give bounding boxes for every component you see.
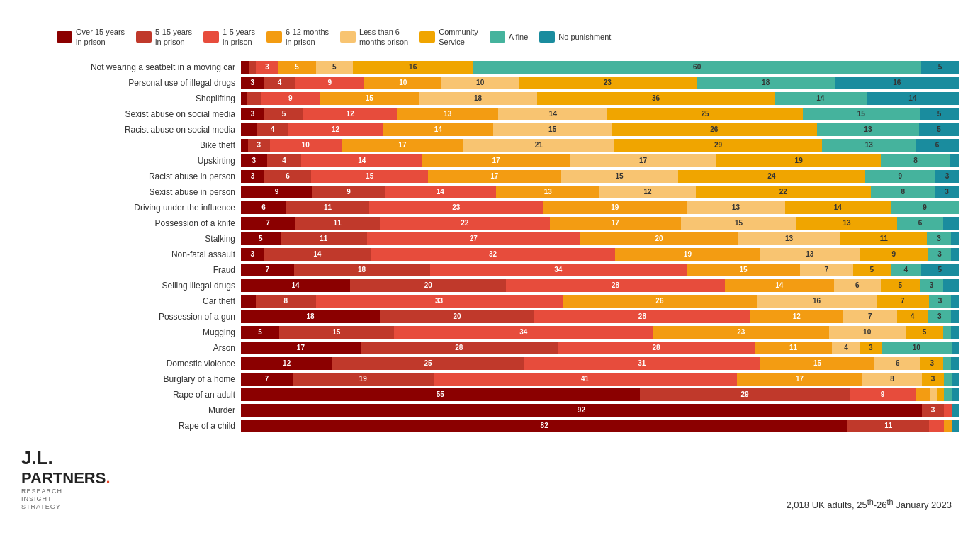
- bar-segment: 13: [496, 186, 599, 198]
- bar-segment: 3: [860, 342, 882, 354]
- bar-segment: 19: [615, 248, 760, 261]
- bar-segment: 11: [755, 342, 832, 354]
- bar-segment: 32: [371, 248, 615, 261]
- bar-segment: 18: [697, 77, 835, 89]
- bar-segment: 4: [897, 310, 928, 323]
- bar-segment: 9: [295, 77, 364, 89]
- chart-area: Not wearing a seatbelt in a moving car35…: [14, 60, 959, 433]
- bar-row: Possession of a gun18202812743: [14, 310, 959, 324]
- bar-segments: 412141526135: [241, 123, 959, 136]
- bar-segment: [241, 123, 257, 136]
- bar-segment: 20: [380, 310, 534, 323]
- bar-segment: [951, 357, 959, 370]
- bar-segment: 7: [800, 264, 853, 276]
- footnote: 2,018 UK adults, 25th-26th January 2023: [787, 497, 952, 510]
- bar-segment: 23: [519, 77, 697, 89]
- bar-row: Sexist abuse on social media351213142515…: [14, 107, 959, 121]
- bar-segment: [937, 388, 944, 401]
- legend-label-0: Over 15 yearsin prison: [76, 27, 125, 47]
- bar-segment: [943, 357, 951, 370]
- bar-segments: 511272013113: [241, 232, 959, 245]
- bar-segment: 12: [241, 357, 332, 370]
- row-label: Racist abuse in person: [14, 171, 241, 181]
- bar-segment: 14: [301, 154, 422, 167]
- bar-segments: 611231913149: [241, 201, 959, 214]
- bar-segment: 17: [737, 373, 863, 386]
- bar-segments: 711221715136: [241, 217, 959, 230]
- bar-segment: 9: [241, 186, 312, 198]
- bar-segment: 8: [871, 186, 935, 198]
- row-label: Selling illegal drugs: [14, 281, 241, 291]
- bar-segment: 92: [241, 404, 922, 417]
- bar-segment: 14: [264, 248, 371, 261]
- bar-segment: 28: [506, 279, 724, 292]
- bar-segment: 13: [817, 123, 920, 136]
- bar-segment: 13: [796, 217, 897, 230]
- bar-segment: 12: [288, 123, 383, 136]
- bar-segment: 33: [316, 295, 563, 308]
- bar-segment: [952, 388, 959, 401]
- row-label: Shoplifting: [14, 94, 241, 103]
- bar-segment: 5: [921, 264, 959, 276]
- bar-row: Car theft833261673: [14, 294, 959, 308]
- bar-segment: 3: [248, 139, 269, 152]
- bar-segment: [951, 232, 959, 245]
- bar-segment: 15: [760, 357, 875, 370]
- row-label: Burglary of a home: [14, 374, 241, 384]
- logo-sub: RESEARCHINSIGHTSTRATEGY: [21, 488, 111, 510]
- legend-swatch-5: [419, 31, 435, 43]
- bar-segment: 5: [264, 108, 303, 120]
- bar-segment: 9: [860, 248, 928, 261]
- bar-segment: 3: [929, 295, 952, 308]
- bar-row: Racist abuse on social media412141526135: [14, 123, 959, 137]
- bar-segment: 4: [267, 154, 302, 167]
- bar-segment: 12: [303, 108, 397, 120]
- row-label: Non-fatal assault: [14, 249, 241, 259]
- bar-row: Personal use of illegal drugs34910102318…: [14, 76, 959, 90]
- legend-swatch-7: [539, 31, 555, 43]
- bar-segment: 14: [775, 92, 867, 105]
- bar-segment: 4: [832, 342, 860, 354]
- bar-segment: 3: [241, 170, 264, 183]
- bar-segment: 9: [261, 92, 320, 105]
- bar-segment: 22: [696, 186, 872, 198]
- bar-segment: 15: [493, 123, 612, 136]
- bar-segment: 13: [687, 201, 785, 214]
- bar-segment: 3: [935, 170, 959, 183]
- bar-segment: 5: [906, 326, 944, 339]
- bar-segment: 41: [434, 373, 737, 386]
- bar-segment: [952, 404, 959, 417]
- bar-row: Selling illegal drugs14202814653: [14, 279, 959, 293]
- row-label: Possession of a gun: [14, 312, 241, 322]
- bar-segment: 8: [256, 295, 315, 308]
- bar-segments: 5153423105: [241, 326, 959, 339]
- bar-row: Shoplifting91518361414: [14, 91, 959, 106]
- bar-segment: 11: [847, 420, 929, 432]
- legend-item-5: CommunityService: [419, 27, 478, 47]
- legend-item-4: Less than 6months prison: [340, 27, 408, 47]
- bar-segment: 9: [891, 201, 959, 214]
- legend-swatch-3: [266, 31, 282, 43]
- bar-segment: 5: [241, 326, 279, 339]
- legend-swatch-4: [340, 31, 356, 43]
- bar-row: Possession of a knife711221715136: [14, 216, 959, 230]
- bar-segment: 7: [877, 295, 929, 308]
- bar-segment: 34: [394, 326, 653, 339]
- row-label: Racist abuse on social media: [14, 125, 241, 135]
- bar-segment: [241, 139, 248, 152]
- bar-segment: 5: [278, 61, 316, 74]
- bar-segment: 3: [256, 61, 278, 74]
- legend-item-1: 5-15 yearsin prison: [136, 27, 192, 47]
- bar-segments: 719411783: [241, 373, 959, 386]
- bar-segment: 15: [320, 92, 419, 105]
- bar-segment: 31: [524, 357, 760, 370]
- bar-segment: 19: [716, 154, 881, 167]
- row-label: Upskirting: [14, 156, 241, 166]
- row-label: Sexist abuse in person: [14, 187, 241, 197]
- bar-row: Not wearing a seatbelt in a moving car35…: [14, 60, 959, 74]
- legend: Over 15 yearsin prison5-15 yearsin priso…: [14, 27, 959, 47]
- bar-segment: [929, 420, 944, 432]
- bar-segment: [249, 61, 257, 74]
- bar-segment: 3: [922, 373, 944, 386]
- bar-segment: 6: [834, 279, 881, 292]
